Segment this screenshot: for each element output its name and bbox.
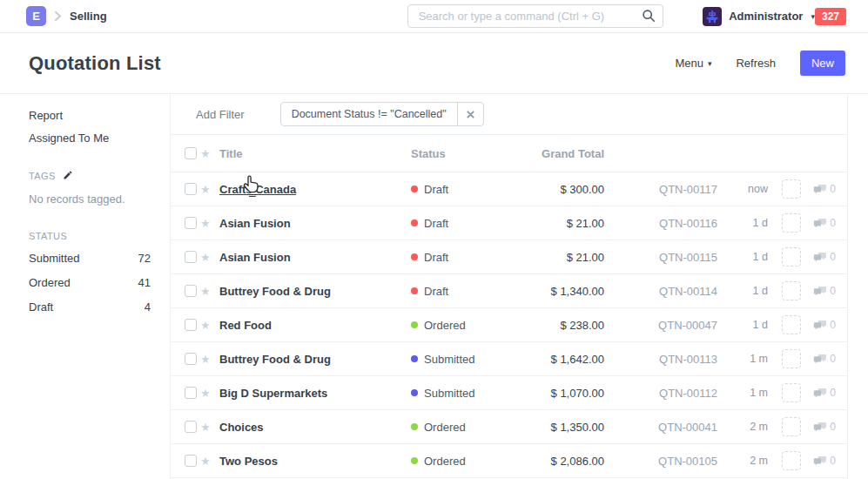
filter-chip-label[interactable]: Document Status != "Cancelled" xyxy=(281,103,457,125)
status-filter-ordered[interactable]: Ordered41 xyxy=(29,276,151,289)
row-checkbox[interactable] xyxy=(185,319,197,331)
notification-badge[interactable]: 327 xyxy=(815,8,846,25)
assign-placeholder[interactable] xyxy=(782,383,801,402)
assign-placeholder[interactable] xyxy=(782,349,801,368)
remove-filter-icon[interactable] xyxy=(457,103,483,125)
assign-placeholder[interactable] xyxy=(782,315,801,334)
row-status: Draft xyxy=(411,183,524,196)
row-checkbox[interactable] xyxy=(185,353,197,365)
assign-placeholder[interactable] xyxy=(782,451,801,470)
table-row[interactable]: ★ Choices Ordered $ 1,350.00 QTN-00041 2… xyxy=(171,410,847,444)
row-title-link[interactable]: Buttrey Food & Drug xyxy=(219,353,411,366)
table-row[interactable]: ★ Crafts Canada Draft $ 300.00 QTN-00117… xyxy=(171,172,847,206)
row-checkbox[interactable] xyxy=(185,285,197,297)
menu-button[interactable]: Menu ▾ xyxy=(675,57,711,70)
row-title-link[interactable]: Asian Fusion xyxy=(219,251,411,264)
row-comments: 0 xyxy=(801,251,836,263)
comments-icon xyxy=(813,218,826,229)
status-filter-label: Draft xyxy=(29,300,53,314)
assign-placeholder[interactable] xyxy=(782,417,801,436)
row-age: 1 m xyxy=(717,353,768,365)
page-head: Quotation List Menu ▾ Refresh New xyxy=(0,33,868,94)
tags-heading: TAGS xyxy=(29,171,56,181)
row-checkbox[interactable] xyxy=(185,183,197,195)
search-icon[interactable] xyxy=(642,9,656,26)
add-filter-button[interactable]: Add Filter xyxy=(196,108,245,121)
assign-placeholder[interactable] xyxy=(782,213,801,233)
sidebar-item-assigned-to-me[interactable]: Assigned To Me xyxy=(29,132,151,145)
table-row[interactable]: ★ Asian Fusion Draft $ 21.00 QTN-00115 1… xyxy=(171,240,847,274)
refresh-button[interactable]: Refresh xyxy=(736,57,776,70)
breadcrumb-selling[interactable]: Selling xyxy=(70,10,107,23)
column-status: Status xyxy=(411,147,524,160)
table-row[interactable]: ★ Asian Fusion Draft $ 21.00 QTN-00116 1… xyxy=(171,206,847,240)
row-comments: 0 xyxy=(801,183,836,195)
row-age: 1 d xyxy=(717,251,768,263)
star-icon[interactable]: ★ xyxy=(200,455,219,467)
row-title-link[interactable]: Red Food xyxy=(219,319,411,332)
status-label: Draft xyxy=(424,251,448,264)
row-title-link[interactable]: Buttrey Food & Drug xyxy=(219,285,411,298)
comments-icon xyxy=(813,286,826,297)
star-icon[interactable]: ★ xyxy=(200,184,219,195)
assign-placeholder[interactable] xyxy=(782,179,801,199)
star-icon[interactable]: ★ xyxy=(200,286,219,297)
table-row[interactable]: ★ Buttrey Food & Drug Draft $ 1,340.00 Q… xyxy=(171,274,847,308)
sidebar-item-report[interactable]: Report xyxy=(29,109,151,122)
column-grand-total: Grand Total xyxy=(524,147,604,160)
app-logo[interactable]: E xyxy=(26,6,46,26)
status-heading: STATUS xyxy=(29,231,67,241)
list-header-row: ★ Title Status Grand Total xyxy=(171,135,847,172)
star-icon[interactable]: ★ xyxy=(200,388,219,399)
comments-icon xyxy=(813,252,826,263)
star-icon[interactable]: ★ xyxy=(200,354,219,365)
row-comments: 0 xyxy=(801,319,836,331)
comment-count: 0 xyxy=(830,387,836,399)
table-row[interactable]: ★ Red Food Ordered $ 238.00 QTN-00047 1 … xyxy=(171,308,847,342)
star-icon: ★ xyxy=(200,148,219,159)
row-checkbox[interactable] xyxy=(185,217,197,229)
row-age: now xyxy=(717,183,768,195)
row-grand-total: $ 2,086.00 xyxy=(524,455,604,468)
table-row[interactable]: ★ Buttrey Food & Drug Submitted $ 1,642.… xyxy=(171,342,847,376)
chevron-down-icon: ▾ xyxy=(708,59,712,68)
status-filter-submitted[interactable]: Submitted72 xyxy=(29,252,151,265)
comment-count: 0 xyxy=(830,217,836,229)
status-dot-icon xyxy=(411,423,418,430)
assign-placeholder[interactable] xyxy=(782,281,801,300)
column-title: Title xyxy=(219,147,411,160)
search-input[interactable] xyxy=(407,4,664,28)
user-menu[interactable]: Administrator ▾ xyxy=(703,7,815,26)
page-actions: Menu ▾ Refresh New xyxy=(675,51,845,76)
new-button[interactable]: New xyxy=(800,51,845,76)
status-filter-draft[interactable]: Draft4 xyxy=(29,300,151,314)
assign-placeholder[interactable] xyxy=(782,247,801,266)
star-icon[interactable]: ★ xyxy=(200,252,219,263)
table-row[interactable]: ★ Big D Supermarkets Submitted $ 1,070.0… xyxy=(171,376,847,410)
star-icon[interactable]: ★ xyxy=(200,320,219,331)
star-icon[interactable]: ★ xyxy=(200,422,219,433)
row-title-link[interactable]: Asian Fusion xyxy=(219,217,411,230)
table-row[interactable]: ★ Two Pesos Ordered $ 2,086.00 QTN-00105… xyxy=(171,444,847,478)
comment-count: 0 xyxy=(830,183,836,195)
row-title-link[interactable]: Choices xyxy=(219,421,411,434)
row-title-link[interactable]: Crafts Canada xyxy=(219,183,411,196)
comments-icon xyxy=(813,354,826,365)
row-id: QTN-00115 xyxy=(604,251,717,264)
row-checkbox[interactable] xyxy=(185,455,197,467)
comments-icon xyxy=(813,184,826,195)
row-status: Ordered xyxy=(411,319,524,332)
select-all-checkbox[interactable] xyxy=(185,147,197,159)
row-checkbox[interactable] xyxy=(185,421,197,433)
row-title-link[interactable]: Big D Supermarkets xyxy=(219,387,411,400)
row-checkbox[interactable] xyxy=(185,251,197,263)
row-id: QTN-00114 xyxy=(604,285,717,298)
edit-tags-icon[interactable] xyxy=(63,170,73,182)
status-filter-list: Submitted72Ordered41Draft4 xyxy=(29,252,151,314)
row-checkbox[interactable] xyxy=(185,387,197,399)
star-icon[interactable]: ★ xyxy=(200,218,219,229)
row-age: 1 d xyxy=(717,217,768,229)
row-grand-total: $ 1,340.00 xyxy=(524,285,604,298)
row-title-link[interactable]: Two Pesos xyxy=(219,455,411,468)
row-id: QTN-00113 xyxy=(604,353,717,366)
